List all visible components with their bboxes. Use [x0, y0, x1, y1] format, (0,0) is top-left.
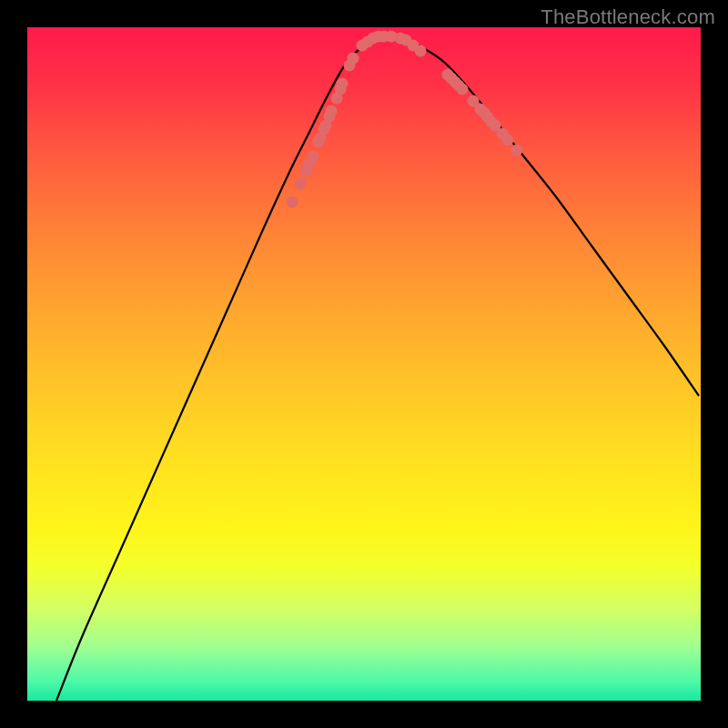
curve-marker — [318, 124, 330, 136]
curve-markers — [287, 31, 523, 208]
curve-marker — [457, 84, 469, 96]
curve-marker — [324, 111, 336, 123]
curve-marker — [373, 31, 385, 43]
bottleneck-curve — [56, 35, 699, 701]
chart-svg — [27, 27, 701, 701]
curve-marker — [486, 116, 498, 128]
curve-marker — [511, 145, 523, 157]
curve-marker — [313, 136, 325, 148]
curve-marker — [415, 46, 427, 57]
chart-plot-area — [27, 27, 701, 701]
watermark-text: TheBottleneck.com — [541, 5, 715, 29]
curve-marker — [348, 53, 359, 65]
curve-marker — [335, 84, 347, 96]
curve-marker — [502, 135, 514, 147]
curve-marker — [295, 178, 307, 190]
curve-marker — [362, 36, 374, 48]
curve-marker — [304, 158, 316, 170]
curve-marker — [287, 197, 298, 208]
